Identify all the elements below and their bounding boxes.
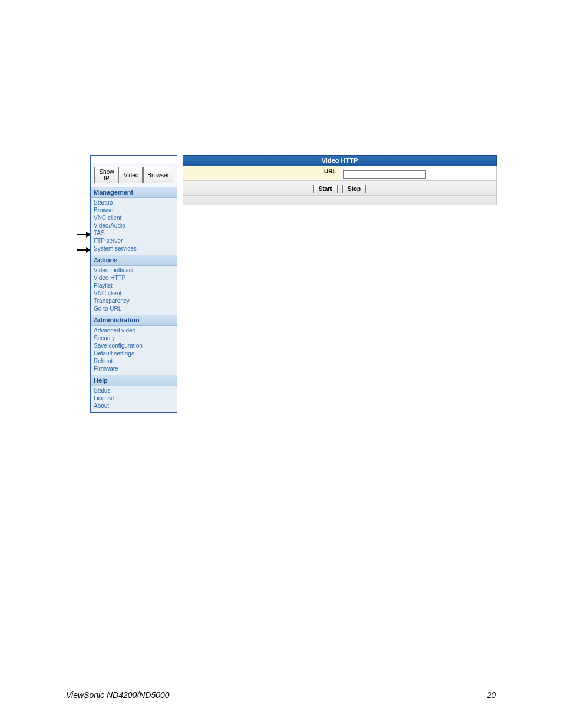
nav-advanced-video[interactable]: Advanced video [91,327,177,335]
sidebar-top-strip [91,156,177,163]
nav-playlist[interactable]: Playlist [91,282,177,290]
section-help-header: Help [91,375,177,386]
nav-video-http[interactable]: Video HTTP [91,275,177,282]
section-management-header: Management [91,187,177,198]
url-label: URL [183,166,340,180]
section-administration-header: Administration [91,315,177,326]
section-actions-body: Video multicast Video HTTP Playlist VNC … [91,266,177,315]
nav-firmware[interactable]: Firmware [91,365,177,373]
pointer-arrow-actions [77,231,91,238]
stop-button[interactable]: Stop [342,185,366,193]
nav-ftp-server[interactable]: FTP server [91,238,177,245]
start-button[interactable]: Start [313,185,338,193]
footer-product-name: ViewSonic ND4200/ND5000 [66,690,170,700]
url-value-cell [340,166,497,180]
browser-button[interactable]: Browser [143,167,173,183]
nav-transparency[interactable]: Transparency [91,298,177,305]
sidebar-button-row: Show IP Video Browser [91,163,177,187]
nav-default-settings[interactable]: Default settings [91,350,177,358]
sidebar: Show IP Video Browser Management Startup… [90,155,177,413]
nav-browser[interactable]: Browser [91,207,177,215]
section-actions-header: Actions [91,255,177,266]
nav-reboot[interactable]: Reboot [91,358,177,365]
nav-video-audio[interactable]: Video/Audio [91,222,177,230]
nav-vnc-client[interactable]: VNC client [91,215,177,222]
action-button-row: Start Stop [183,181,497,196]
footer-page-number: 20 [487,690,496,700]
nav-save-configuration[interactable]: Save configuration [91,342,177,350]
nav-security[interactable]: Security [91,335,177,342]
page-footer: ViewSonic ND4200/ND5000 20 [66,690,496,700]
nav-license[interactable]: License [91,395,177,403]
admin-ui-screenshot: Show IP Video Browser Management Startup… [90,155,497,413]
nav-status[interactable]: Status [91,387,177,395]
nav-tas[interactable]: TAS [91,230,177,238]
pointer-arrow-video-http [77,246,91,253]
panel-title: Video HTTP [183,155,497,166]
nav-startup[interactable]: Startup [91,199,177,207]
nav-vnc-client-action[interactable]: VNC client [91,290,177,298]
nav-about[interactable]: About [91,403,177,410]
panel-footer-strip [183,196,497,205]
show-ip-button[interactable]: Show IP [94,167,119,183]
nav-video-multicast[interactable]: Video multicast [91,267,177,275]
main-panel: Video HTTP URL Start Stop [183,155,497,205]
nav-system-services[interactable]: System services [91,245,177,253]
url-input[interactable] [343,170,426,179]
section-help-body: Status License About [91,386,177,412]
section-management-body: Startup Browser VNC client Video/Audio T… [91,198,177,255]
url-row: URL [183,166,497,181]
nav-go-to-url[interactable]: Go to URL [91,305,177,313]
section-administration-body: Advanced video Security Save configurati… [91,326,177,375]
video-button[interactable]: Video [120,167,143,183]
